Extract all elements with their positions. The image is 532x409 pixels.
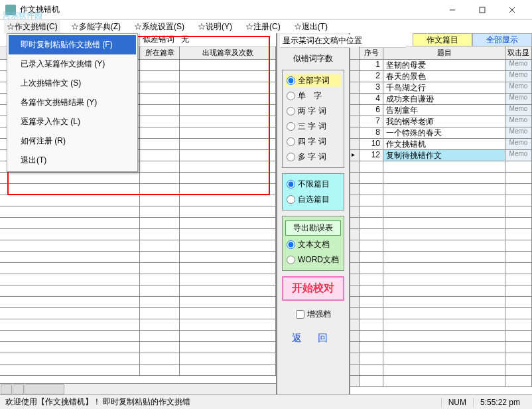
- right-grid[interactable]: 1坚韧的母爱Memo2春天的景色Memo3千岛湖之行Memo4成功来自谦逊Mem…: [350, 60, 532, 394]
- table-row[interactable]: [350, 297, 532, 308]
- table-row[interactable]: [0, 173, 276, 184]
- word-length-group: 全部字词 单 字 两 字 词 三 字 词 四 字 词 多 字 词: [282, 70, 344, 168]
- menu-essaycheck[interactable]: ☆作文挑错(C): [4, 20, 60, 34]
- svg-rect-2: [480, 7, 485, 13]
- table-row[interactable]: [350, 353, 532, 365]
- table-row[interactable]: [350, 319, 532, 331]
- radio-four-char[interactable]: 四 字 词: [285, 135, 341, 148]
- col-dblclick: 双击显: [505, 46, 532, 59]
- scope-group: 不限篇目 自选篇目: [282, 173, 344, 210]
- tab-show-all[interactable]: 全部显示: [472, 33, 532, 46]
- menu-settings[interactable]: ☆系统设置(S): [131, 20, 187, 34]
- right-column-headers: 序号 题目 双击显: [350, 46, 532, 60]
- radio-word-doc[interactable]: WORD文档: [285, 254, 341, 266]
- table-row[interactable]: [350, 195, 532, 206]
- radio-all-chapters[interactable]: 不限篇目: [285, 178, 341, 191]
- menu-help[interactable]: ☆说明(Y): [195, 20, 235, 34]
- table-row[interactable]: [350, 263, 532, 274]
- table-row[interactable]: [350, 218, 532, 229]
- group1-title: 似错词字数: [293, 53, 333, 64]
- table-row[interactable]: [350, 342, 532, 353]
- table-row[interactable]: [0, 319, 276, 331]
- table-row[interactable]: [0, 297, 276, 308]
- window-title: 作文挑错机: [20, 4, 437, 15]
- table-row[interactable]: [350, 274, 532, 286]
- col-chapter: 所在篇章: [140, 46, 180, 59]
- dd-all-results[interactable]: 各篇作文挑错结果 (Y): [9, 93, 136, 112]
- export-group: 导出勘误表 文本文档 WORD文档: [282, 216, 344, 271]
- table-row[interactable]: [350, 184, 532, 195]
- essay-row[interactable]: 10作文挑错机Memo: [350, 139, 532, 150]
- radio-two-char[interactable]: 两 字 词: [285, 105, 341, 118]
- status-numlock: NUM: [441, 398, 473, 407]
- essay-row[interactable]: 7我的钢琴老师Memo: [350, 116, 532, 127]
- table-row[interactable]: [350, 173, 532, 184]
- table-row[interactable]: [350, 376, 532, 387]
- close-button[interactable]: [497, 1, 527, 19]
- table-row[interactable]: [0, 286, 276, 297]
- dd-batch-input[interactable]: 逐篇录入作文 (L): [9, 112, 136, 131]
- table-row[interactable]: [350, 240, 532, 252]
- dd-paste-check[interactable]: 即时复制粘贴作文挑错 (F): [9, 35, 136, 54]
- enhance-checkbox[interactable]: 增强档: [293, 306, 334, 323]
- minimize-button[interactable]: [437, 1, 467, 19]
- radio-select-chapters[interactable]: 自选篇目: [285, 193, 341, 206]
- dd-stored-check[interactable]: 已录入某篇作文挑错 (Y): [9, 54, 136, 74]
- table-row[interactable]: [0, 365, 276, 376]
- table-row[interactable]: [0, 308, 276, 319]
- radio-three-char[interactable]: 三 字 词: [285, 120, 341, 133]
- radio-multi-char[interactable]: 多 字 词: [285, 151, 341, 163]
- table-row[interactable]: [0, 331, 276, 342]
- table-row[interactable]: [0, 206, 276, 218]
- dd-how-register[interactable]: 如何注册 (R): [9, 131, 136, 151]
- table-row[interactable]: [350, 286, 532, 297]
- dd-exit[interactable]: 退出(T): [9, 151, 136, 170]
- return-button[interactable]: 返 回: [282, 328, 344, 349]
- app-icon: [5, 5, 16, 15]
- radio-single-char[interactable]: 单 字: [285, 90, 341, 102]
- menu-bar: ☆作文挑错(C) ☆多能字典(Z) ☆系统设置(S) ☆说明(Y) ☆注册(C)…: [0, 20, 532, 33]
- left-header-label: 似差错词: [143, 34, 174, 45]
- col-seq: 序号: [360, 46, 383, 59]
- maximize-button[interactable]: [467, 1, 497, 19]
- svg-rect-0: [5, 5, 16, 15]
- table-row[interactable]: [350, 161, 532, 173]
- essay-row[interactable]: 8一个特殊的春天Memo: [350, 127, 532, 139]
- tab-essay-list[interactable]: 作文篇目: [413, 33, 472, 46]
- menu-dictionary[interactable]: ☆多能字典(Z): [68, 20, 123, 34]
- radio-all-words[interactable]: 全部字词: [285, 74, 341, 87]
- essay-row[interactable]: 3千岛湖之行Memo: [350, 82, 532, 94]
- essay-row[interactable]: 1坚韧的母爱Memo: [350, 60, 532, 71]
- table-row[interactable]: [350, 365, 532, 376]
- radio-text-doc[interactable]: 文本文档: [285, 238, 341, 251]
- menu-register[interactable]: ☆注册(C): [243, 20, 283, 34]
- col-title: 题目: [383, 46, 505, 59]
- menu-exit[interactable]: ☆退出(T): [291, 20, 330, 34]
- table-row[interactable]: [350, 229, 532, 240]
- status-time: 5:55:22 pm: [473, 398, 527, 407]
- export-errata-button[interactable]: 导出勘误表: [285, 220, 341, 236]
- table-row[interactable]: [0, 240, 276, 252]
- col-occurrence: 出现篇章及次数: [180, 46, 276, 59]
- table-row[interactable]: [0, 229, 276, 240]
- table-row[interactable]: [0, 274, 276, 286]
- start-check-button[interactable]: 开始校对: [282, 276, 344, 301]
- essay-row[interactable]: 6告别童年Memo: [350, 105, 532, 116]
- essay-row[interactable]: 4成功来自谦逊Memo: [350, 94, 532, 105]
- table-row[interactable]: [0, 218, 276, 229]
- essay-row[interactable]: 12复制待挑错作文Memo: [350, 150, 532, 161]
- table-row[interactable]: [0, 353, 276, 365]
- essay-row[interactable]: 2春天的景色Memo: [350, 71, 532, 82]
- table-row[interactable]: [0, 252, 276, 263]
- table-row[interactable]: [350, 331, 532, 342]
- dd-last-essay[interactable]: 上次挑错作文 (S): [9, 74, 136, 93]
- table-row[interactable]: [0, 184, 276, 195]
- left-scrollbar[interactable]: [0, 383, 276, 394]
- table-row[interactable]: [350, 252, 532, 263]
- table-row[interactable]: [0, 342, 276, 353]
- table-row[interactable]: [350, 206, 532, 218]
- table-row[interactable]: [350, 308, 532, 319]
- dropdown-menu: 即时复制粘贴作文挑错 (F) 已录入某篇作文挑错 (Y) 上次挑错作文 (S) …: [7, 33, 138, 172]
- table-row[interactable]: [0, 263, 276, 274]
- table-row[interactable]: [0, 195, 276, 206]
